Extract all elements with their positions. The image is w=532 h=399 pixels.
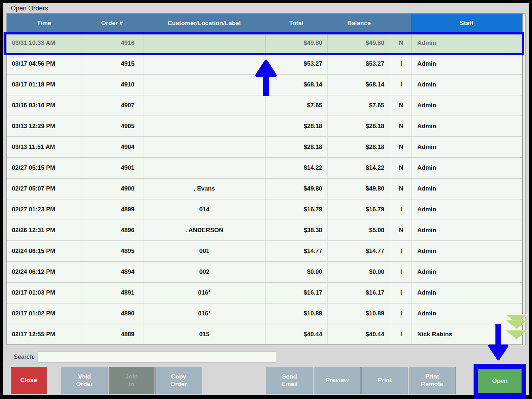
cell-total: $53.27 (265, 54, 327, 74)
search-input[interactable] (38, 352, 276, 362)
send-email-button[interactable]: Send Email (266, 367, 313, 394)
table-row[interactable]: 02/17 01:02 PM 4890 016* $10.89 $10.89 I… (7, 303, 522, 324)
cell-total: $28.18 (265, 137, 327, 157)
cell-customer: 016* (143, 304, 265, 324)
table-row[interactable]: 03/17 01:18 PM 4910 $68.14 $68.14 I Admi… (7, 74, 522, 95)
cell-order-number: 4915 (81, 54, 143, 74)
print-button[interactable]: Print (361, 367, 408, 394)
cell-total: $14.77 (265, 241, 327, 261)
table-scrollbar[interactable] (523, 13, 526, 345)
cell-order-number: 4910 (81, 75, 143, 95)
cell-staff: Admin (411, 283, 522, 303)
cell-time: 02/17 12:55 PM (7, 324, 81, 344)
column-header-flag[interactable] (391, 14, 411, 32)
cell-total: $14.22 (265, 158, 327, 178)
scroll-down-chevrons-icon[interactable] (503, 312, 531, 343)
cell-balance: $14.22 (327, 158, 391, 178)
cell-order-number: 4907 (81, 95, 143, 116)
open-orders-window: Open Orders Time Order # Customer/Locati… (0, 0, 532, 399)
cell-staff: Admin (411, 262, 522, 282)
cell-balance: $0.00 (327, 262, 391, 282)
cell-time: 02/17 01:02 PM (7, 304, 81, 324)
cell-order-number: 4901 (81, 158, 143, 178)
cell-total: $16.79 (265, 200, 327, 220)
table-row[interactable]: 02/27 01:23 PM 4899 014 $16.79 $16.79 I … (7, 199, 522, 220)
table-header-row: Time Order # Customer/Location/Label Tot… (7, 14, 522, 32)
cell-time: 02/27 05:15 PM (7, 158, 81, 178)
cell-customer (143, 33, 265, 53)
cell-balance: $28.18 (327, 116, 391, 136)
cell-flag: I (391, 324, 411, 344)
cell-staff: Admin (411, 137, 522, 157)
open-button-highlight-border: Open (474, 364, 526, 399)
preview-button[interactable]: Preview (314, 367, 361, 394)
column-header-total[interactable]: Total (265, 14, 327, 32)
open-button[interactable]: Open (478, 369, 522, 393)
cell-order-number: 4899 (81, 200, 143, 220)
table-row[interactable]: 02/27 05:07 PM 4900 . Evans $49.80 $49.8… (7, 178, 522, 199)
cell-staff: Admin (411, 116, 522, 136)
cell-total: $28.18 (265, 116, 327, 136)
table-row[interactable]: 02/17 01:03 PM 4891 016* $16.17 $16.17 I… (7, 282, 522, 303)
cell-flag: I (391, 54, 411, 74)
cell-staff: Admin (411, 75, 522, 95)
column-header-time[interactable]: Time (7, 14, 81, 32)
cell-staff: Admin (411, 158, 522, 178)
cell-customer: 015 (143, 324, 265, 344)
table-row[interactable]: 03/31 10:33 AM 4916 $49.80 $49.80 N Admi… (7, 32, 522, 53)
table-row[interactable]: 02/26 12:31 PM 4896 . ANDERSON $38.38 $5… (7, 220, 522, 240)
table-row[interactable]: 02/27 05:15 PM 4901 $14.22 $14.22 N Admi… (7, 157, 522, 178)
column-header-staff[interactable]: Staff (411, 14, 522, 32)
cell-flag: N (391, 158, 411, 178)
cell-customer (143, 158, 265, 178)
table-row[interactable]: 03/17 04:56 PM 4915 $53.27 $53.27 I Admi… (7, 53, 522, 74)
window-body: Open Orders Time Order # Customer/Locati… (3, 3, 529, 395)
cell-balance: $16.79 (327, 200, 391, 220)
close-button[interactable]: Close (11, 367, 47, 394)
cell-customer (143, 137, 265, 157)
table-row[interactable]: 03/13 12:29 PM 4905 $28.18 $28.18 N Admi… (7, 116, 522, 136)
column-header-order[interactable]: Order # (81, 14, 143, 32)
cell-balance: $68.14 (327, 75, 391, 95)
cell-flag: N (391, 33, 411, 53)
cell-total: $49.80 (265, 33, 327, 53)
join-in-button[interactable]: Join In (109, 367, 155, 394)
table-row[interactable]: 02/24 06:15 PM 4895 001 $14.77 $14.77 I … (7, 240, 522, 261)
cell-customer (143, 75, 265, 95)
cell-staff: Admin (411, 179, 522, 199)
cell-balance: $40.44 (327, 324, 391, 344)
table-row[interactable]: 03/13 11:51 AM 4904 $28.18 $28.18 N Admi… (7, 136, 522, 157)
table-row[interactable]: 03/16 03:10 PM 4907 $7.65 $7.65 N Admin (7, 95, 522, 116)
cell-time: 03/17 04:56 PM (7, 54, 81, 74)
table-row[interactable]: 02/24 06:12 PM 4894 002 $0.00 $0.00 I Ad… (7, 261, 522, 282)
cell-customer: 001 (143, 241, 265, 261)
cell-flag: N (391, 116, 411, 136)
print-remote-button[interactable]: Print Remote (409, 367, 456, 394)
cell-balance: $10.89 (327, 304, 391, 324)
copy-order-button[interactable]: Copy Order (155, 367, 202, 394)
cell-balance: $53.27 (327, 54, 391, 74)
cell-total: $38.38 (265, 220, 327, 240)
cell-balance: $5.00 (327, 220, 391, 240)
cell-customer (143, 95, 265, 116)
cell-flag: I (391, 200, 411, 220)
column-header-balance[interactable]: Balance (327, 14, 391, 32)
table-row[interactable]: 02/17 12:55 PM 4889 015 $40.44 $40.44 I … (7, 324, 522, 344)
cell-customer (143, 54, 265, 74)
void-order-button[interactable]: Void Order (61, 367, 108, 394)
orders-table: Time Order # Customer/Location/Label Tot… (6, 13, 523, 345)
cell-staff: Admin (411, 220, 522, 240)
cell-balance: $16.17 (327, 283, 391, 303)
cell-order-number: 4916 (81, 33, 143, 53)
cell-flag: I (391, 304, 411, 324)
cell-flag: I (391, 262, 411, 282)
cell-time: 03/31 10:33 AM (7, 33, 81, 53)
cell-staff: Admin (411, 95, 522, 116)
cell-time: 03/17 01:18 PM (7, 75, 81, 95)
cell-total: $40.44 (265, 324, 327, 344)
column-header-customer[interactable]: Customer/Location/Label (143, 14, 265, 32)
cell-staff: Admin (411, 54, 522, 74)
cell-balance: $14.77 (327, 241, 391, 261)
cell-flag: I (391, 283, 411, 303)
cell-time: 02/27 05:07 PM (7, 179, 81, 199)
